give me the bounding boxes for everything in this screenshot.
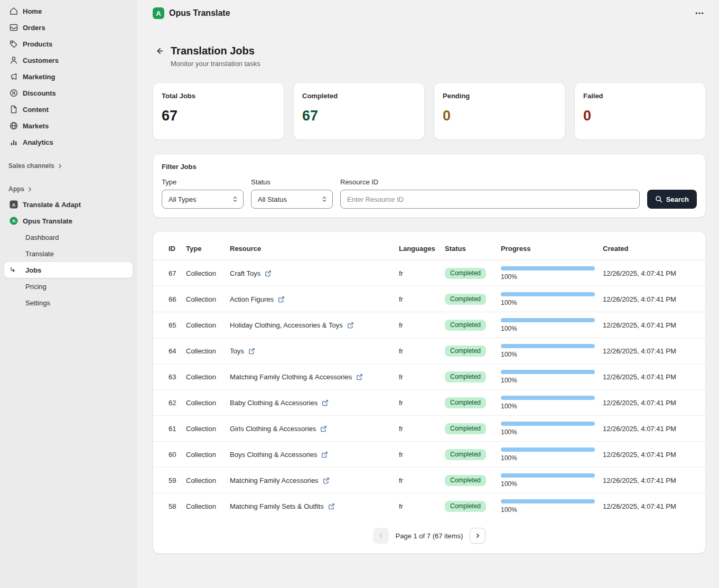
marketing-icon [8, 71, 19, 82]
filter-row: Type All Types Status All Status Resourc… [162, 178, 697, 209]
job-type: Collection [186, 477, 230, 484]
resource-name: Girls Clothing & Accessories [230, 425, 316, 433]
sidebar-item-discounts[interactable]: Discounts [4, 85, 133, 101]
resource-id-input[interactable] [340, 190, 640, 209]
sidebar-item-markets[interactable]: Markets [4, 118, 133, 134]
table-row: 59 Collection Matching Family Accessorie… [153, 468, 705, 493]
chevron-right-icon [474, 532, 481, 539]
job-created: 12/26/2025, 4:07:41 PM [603, 451, 697, 459]
job-id: 58 [169, 502, 186, 510]
sales-channels-header[interactable]: Sales channels [4, 158, 133, 173]
stat-label: Completed [302, 92, 416, 100]
markets-icon [8, 120, 19, 131]
external-link-icon[interactable] [248, 348, 255, 354]
progress-bar [501, 422, 595, 426]
prev-page-button[interactable] [373, 528, 389, 544]
job-progress: 100% [501, 318, 603, 332]
stat-value: 0 [583, 108, 697, 124]
progress-percent: 100% [501, 428, 603, 436]
progress-bar [501, 292, 595, 296]
progress-bar [501, 473, 595, 478]
resource-name: Baby Clothing & Accessories [230, 399, 318, 407]
job-id: 67 [169, 269, 186, 277]
sidebar-subitem-label: Settings [25, 299, 50, 307]
sidebar-item-label: Opus Translate [23, 217, 72, 225]
sidebar-subitem-jobs[interactable]: Jobs [4, 262, 133, 278]
progress-percent: 100% [501, 273, 603, 281]
sidebar-item-customers[interactable]: Customers [4, 52, 133, 68]
external-link-icon[interactable] [328, 503, 335, 510]
sales-channels-label: Sales channels [8, 162, 54, 170]
job-languages: fr [399, 425, 445, 433]
sidebar-subitem-translate[interactable]: Translate [4, 246, 133, 262]
job-languages: fr [399, 373, 445, 381]
sidebar-item-home[interactable]: Home [4, 3, 133, 19]
sidebar-item-orders[interactable]: Orders [4, 20, 133, 35]
sidebar-item-content[interactable]: Content [4, 101, 133, 117]
pagination-info: Page 1 of 7 (67 items) [396, 532, 463, 540]
status-badge: Completed [445, 294, 486, 305]
table-row: 58 Collection Matching Family Sets & Out… [153, 493, 705, 519]
job-progress: 100% [501, 422, 603, 436]
stat-card-completed: Completed 67 [293, 82, 425, 140]
external-link-icon[interactable] [323, 477, 330, 484]
job-languages: fr [399, 399, 445, 407]
sidebar-item-translate-adapt[interactable]: A Translate & Adapt [4, 197, 133, 212]
type-select-value: All Types [169, 195, 197, 203]
sidebar-item-label: Markets [23, 122, 49, 130]
apps-header[interactable]: Apps [4, 182, 133, 197]
status-select[interactable]: All Status [251, 190, 333, 209]
sidebar-item-label: Analytics [23, 138, 53, 146]
progress-bar [501, 396, 595, 400]
chevron-left-icon [377, 532, 385, 539]
status-badge: Completed [445, 423, 486, 434]
sidebar-item-analytics[interactable]: Analytics [4, 134, 133, 150]
sidebar-subitem-settings[interactable]: Settings [4, 295, 133, 311]
sidebar-item-marketing[interactable]: Marketing [4, 69, 133, 85]
main-area: A Opus Translate Translation Jobs Monito… [137, 0, 719, 588]
sidebar-item-label: Marketing [23, 73, 55, 81]
progress-percent: 100% [501, 299, 603, 306]
status-badge: Completed [445, 320, 486, 331]
ellipsis-icon [695, 8, 704, 18]
sidebar-item-opus-translate[interactable]: A Opus Translate [4, 213, 133, 229]
external-link-icon[interactable] [265, 270, 272, 277]
resource-name: Action Figures [230, 295, 274, 303]
app-subnav: Dashboard Translate Jobs Pricing Setting… [4, 229, 133, 311]
sidebar-item-products[interactable]: Products [4, 36, 133, 52]
progress-percent: 100% [501, 480, 603, 488]
sidebar-subitem-pricing[interactable]: Pricing [4, 278, 133, 294]
resource-name: Matching Family Sets & Outfits [230, 502, 324, 510]
topbar: A Opus Translate [137, 0, 719, 26]
sidebar-subitem-dashboard[interactable]: Dashboard [4, 229, 133, 245]
sidebar-item-label: Orders [23, 24, 45, 32]
status-field: Status All Status [251, 178, 333, 209]
updown-chevron-icon [232, 196, 238, 202]
external-link-icon[interactable] [320, 425, 327, 432]
progress-percent: 100% [501, 377, 603, 384]
job-languages: fr [399, 321, 445, 329]
status-badge: Completed [445, 371, 486, 382]
job-resource: Baby Clothing & Accessories [230, 399, 399, 407]
search-button[interactable]: Search [647, 190, 697, 209]
progress-bar [501, 318, 595, 322]
updown-chevron-icon [321, 196, 328, 202]
table-row: 67 Collection Craft Toys fr Completed 10… [153, 260, 705, 286]
external-link-icon[interactable] [356, 374, 363, 380]
external-link-icon[interactable] [321, 451, 328, 458]
back-arrow-icon [154, 46, 164, 56]
external-link-icon[interactable] [322, 399, 329, 406]
next-page-button[interactable] [470, 528, 485, 544]
status-badge: Completed [445, 501, 486, 512]
job-created: 12/26/2025, 4:07:41 PM [603, 373, 697, 381]
external-link-icon[interactable] [347, 322, 354, 329]
type-select[interactable]: All Types [162, 190, 244, 209]
back-button[interactable] [153, 44, 165, 57]
stat-value: 67 [302, 108, 416, 124]
job-resource: Matching Family Sets & Outfits [230, 502, 399, 510]
external-link-icon[interactable] [278, 296, 285, 303]
more-menu-button[interactable] [693, 6, 706, 20]
job-created: 12/26/2025, 4:07:41 PM [603, 347, 697, 355]
col-type: Type [186, 245, 230, 253]
chevron-right-icon [27, 186, 33, 192]
